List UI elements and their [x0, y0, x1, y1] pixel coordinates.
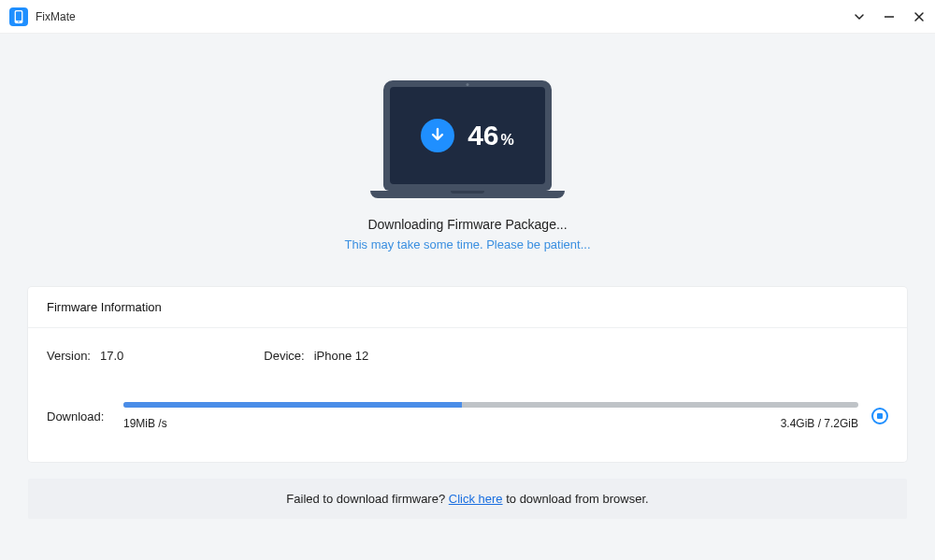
progress-bar-track — [123, 402, 858, 408]
laptop-notch — [451, 191, 484, 194]
titlebar: FixMate — [0, 0, 935, 34]
close-button[interactable] — [913, 10, 926, 23]
info-row: Version: 17.0 Device: iPhone 12 — [47, 349, 888, 363]
laptop-camera-dot — [467, 83, 469, 86]
footer-suffix: to download from browser. — [503, 492, 649, 506]
download-row: Download: 19MiB /s 3.4GiB / 7.2GiB — [47, 402, 888, 430]
device-label: Device: — [264, 349, 304, 363]
version-label: Version: — [47, 349, 91, 363]
status-subtitle: This may take some time. Please be patie… — [28, 237, 907, 251]
app-icon — [9, 7, 28, 26]
download-size: 3.4GiB / 7.2GiB — [781, 417, 858, 430]
stop-button[interactable] — [871, 408, 888, 424]
footer-bar: Failed to download firmware? Click here … — [28, 479, 907, 519]
panel-body: Version: 17.0 Device: iPhone 12 Download… — [28, 328, 907, 462]
progress-bar-fill — [123, 402, 462, 408]
footer-prefix: Failed to download firmware? — [286, 492, 448, 506]
panel-heading: Firmware Information — [28, 287, 907, 328]
progress-symbol: % — [501, 132, 514, 149]
version-kv: Version: 17.0 — [47, 349, 123, 363]
laptop-bezel: 46 % — [383, 80, 552, 191]
svg-rect-1 — [16, 11, 22, 21]
chevron-down-icon[interactable] — [853, 10, 866, 23]
laptop-illustration: 46 % — [370, 80, 565, 198]
phone-icon — [13, 10, 24, 23]
laptop-base — [370, 191, 565, 198]
download-label: Download: — [47, 409, 110, 424]
firmware-panel: Firmware Information Version: 17.0 Devic… — [28, 287, 907, 462]
window-controls — [853, 10, 926, 23]
device-kv: Device: iPhone 12 — [264, 349, 368, 363]
progress-meta: 19MiB /s 3.4GiB / 7.2GiB — [123, 417, 858, 430]
download-speed: 19MiB /s — [123, 417, 167, 430]
device-value: iPhone 12 — [314, 349, 369, 363]
version-value: 17.0 — [100, 349, 123, 363]
app-name: FixMate — [36, 10, 76, 23]
status-title: Downloading Firmware Package... — [28, 217, 907, 232]
hero: 46 % Downloading Firmware Package... Thi… — [28, 52, 907, 261]
progress-bar-wrap: 19MiB /s 3.4GiB / 7.2GiB — [123, 402, 858, 430]
svg-point-2 — [18, 21, 20, 22]
progress-percent: 46 % — [468, 120, 514, 151]
titlebar-left: FixMate — [9, 7, 76, 26]
minimize-button[interactable] — [883, 10, 896, 23]
footer-link[interactable]: Click here — [449, 492, 503, 506]
content: 46 % Downloading Firmware Package... Thi… — [0, 34, 935, 519]
download-arrow-icon — [421, 119, 454, 152]
progress-number: 46 — [468, 120, 498, 151]
laptop-screen: 46 % — [390, 87, 545, 184]
